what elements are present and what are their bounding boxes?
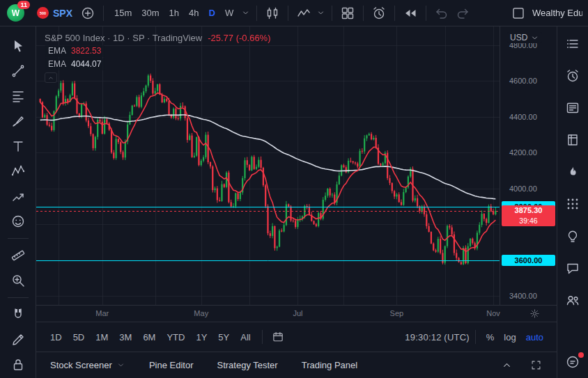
bar-countdown: 39:46 bbox=[502, 216, 555, 226]
chart-style-button[interactable] bbox=[263, 3, 282, 23]
layout-name[interactable]: Wealthy Edu bbox=[532, 8, 582, 18]
legend-collapse-button[interactable] bbox=[45, 72, 57, 83]
panel-maximize-button[interactable] bbox=[526, 356, 546, 375]
panel-collapse-button[interactable] bbox=[497, 356, 516, 375]
goto-date-button[interactable] bbox=[268, 327, 288, 347]
zoom-icon bbox=[10, 273, 26, 288]
lock-drawings-tool[interactable] bbox=[6, 355, 30, 375]
time-tick-label: Sep bbox=[386, 309, 407, 317]
range-6M[interactable]: 6M bbox=[137, 328, 161, 346]
economic-calendar-panel-button[interactable] bbox=[563, 195, 582, 213]
tab-strategy-tester[interactable]: Strategy Tester bbox=[217, 356, 277, 375]
news-panel-button[interactable] bbox=[563, 99, 582, 117]
xabcd-pattern-tool[interactable] bbox=[6, 162, 30, 181]
percent-scale-button[interactable]: % bbox=[481, 328, 500, 346]
symbol-search-button[interactable]: 500 SPX bbox=[33, 3, 77, 23]
divider bbox=[8, 297, 29, 298]
forecast-tool[interactable] bbox=[6, 187, 30, 206]
save-layout-button[interactable] bbox=[509, 3, 528, 23]
range-1Y[interactable]: 1Y bbox=[190, 328, 212, 346]
price-axis[interactable]: USD 4800.004600.004400.004200.004000.003… bbox=[500, 26, 557, 322]
interval-D[interactable]: D bbox=[204, 3, 220, 23]
interval-4h[interactable]: 4h bbox=[184, 3, 203, 23]
alerts-panel-button[interactable] bbox=[563, 67, 582, 85]
redo-icon bbox=[455, 6, 470, 21]
fib-icon bbox=[10, 88, 26, 104]
multichart-layout-button[interactable] bbox=[338, 3, 357, 23]
interval-15m[interactable]: 15m bbox=[109, 3, 137, 23]
auto-scale-button[interactable]: auto bbox=[521, 328, 548, 346]
indicator-label[interactable]: EMA bbox=[48, 58, 66, 70]
create-alert-button[interactable] bbox=[369, 3, 389, 23]
data-window-panel-button[interactable] bbox=[563, 131, 582, 149]
zoom-in-tool[interactable] bbox=[6, 271, 30, 290]
people-icon bbox=[565, 292, 580, 308]
indicator-row: EMA 4044.07 bbox=[45, 58, 105, 70]
range-1D[interactable]: 1D bbox=[45, 328, 68, 346]
compare-add-symbol-button[interactable] bbox=[78, 3, 98, 23]
ideas-panel-button[interactable] bbox=[563, 227, 582, 245]
app-logo[interactable]: W 11 bbox=[7, 4, 24, 22]
indicator-label[interactable]: EMA bbox=[48, 45, 66, 57]
clock[interactable]: 19:30:12 (UTC) bbox=[405, 332, 469, 342]
interval-1h[interactable]: 1h bbox=[164, 3, 184, 23]
bulb-icon bbox=[565, 228, 580, 244]
chevron-down-icon bbox=[241, 8, 250, 17]
plus-icon bbox=[80, 6, 95, 21]
price-tick-label: 4200.00 bbox=[509, 148, 537, 157]
brush-tool[interactable] bbox=[6, 111, 30, 131]
trend-line-tool[interactable] bbox=[6, 61, 30, 81]
expand-icon bbox=[530, 359, 542, 371]
magnet-icon bbox=[10, 307, 26, 322]
undo-button[interactable] bbox=[432, 3, 451, 23]
range-YTD[interactable]: YTD bbox=[161, 328, 190, 346]
bar-replay-button[interactable] bbox=[401, 3, 420, 23]
symbol-name: SPX bbox=[53, 8, 72, 19]
emoji-tool[interactable] bbox=[6, 212, 30, 231]
redo-button[interactable] bbox=[453, 3, 472, 23]
divider bbox=[394, 6, 395, 21]
emoji-icon bbox=[10, 214, 26, 229]
tab-trading-panel[interactable]: Trading Panel bbox=[302, 356, 357, 375]
watchlist-panel-button[interactable] bbox=[563, 35, 582, 53]
dots-grid-icon bbox=[565, 196, 580, 212]
cursor-tool[interactable] bbox=[6, 36, 30, 56]
tab-label: Trading Panel bbox=[302, 360, 357, 370]
range-All[interactable]: All bbox=[235, 328, 256, 346]
magnet-tool[interactable] bbox=[6, 305, 30, 324]
fib-retracement-tool[interactable] bbox=[6, 86, 30, 106]
hotlists-panel-button[interactable] bbox=[563, 163, 582, 181]
indicators-button[interactable] bbox=[294, 3, 314, 23]
bottom-toolbar: 1D5D1M3M6MYTD1Y5YAll 19:30:12 (UTC) % lo… bbox=[36, 322, 557, 352]
time-axis[interactable]: MarMayJulSepNov bbox=[36, 305, 557, 322]
interval-W[interactable]: W bbox=[220, 3, 238, 23]
range-5Y[interactable]: 5Y bbox=[212, 328, 235, 346]
chart-legend: S&P 500 Index · 1D · SP · TradingView-25… bbox=[45, 32, 271, 83]
measure-tool[interactable] bbox=[6, 246, 30, 265]
chats-panel-button[interactable] bbox=[563, 259, 582, 277]
support-panel-button[interactable] bbox=[563, 353, 582, 371]
brush-icon bbox=[10, 113, 26, 129]
community-panel-button[interactable] bbox=[563, 291, 582, 309]
list-icon bbox=[565, 36, 580, 52]
indicators-icon bbox=[296, 6, 311, 21]
chart-settings-button[interactable] bbox=[529, 308, 540, 321]
log-scale-button[interactable]: log bbox=[499, 328, 520, 346]
interval-menu-button[interactable] bbox=[240, 3, 251, 23]
range-3M[interactable]: 3M bbox=[114, 328, 137, 346]
price-tick-label: 4000.00 bbox=[509, 184, 537, 194]
range-5D[interactable]: 5D bbox=[68, 328, 91, 346]
range-1M[interactable]: 1M bbox=[90, 328, 114, 346]
indicator-templates-button[interactable] bbox=[315, 3, 326, 23]
tab-stock-screener[interactable]: Stock Screener bbox=[50, 356, 125, 375]
interval-30m[interactable]: 30m bbox=[137, 3, 164, 23]
tab-label: Pine Editor bbox=[149, 360, 194, 370]
currency-selector[interactable]: USD bbox=[507, 32, 542, 43]
chart-title[interactable]: S&P 500 Index · 1D · SP · TradingView bbox=[45, 33, 202, 43]
ruler-icon bbox=[10, 248, 26, 263]
tab-pine-editor[interactable]: Pine Editor bbox=[149, 356, 194, 375]
drawing-mode-tool[interactable] bbox=[6, 330, 30, 349]
text-tool-tool[interactable] bbox=[6, 136, 30, 156]
pattern-icon bbox=[10, 164, 26, 179]
chevron-up-icon bbox=[47, 74, 54, 81]
